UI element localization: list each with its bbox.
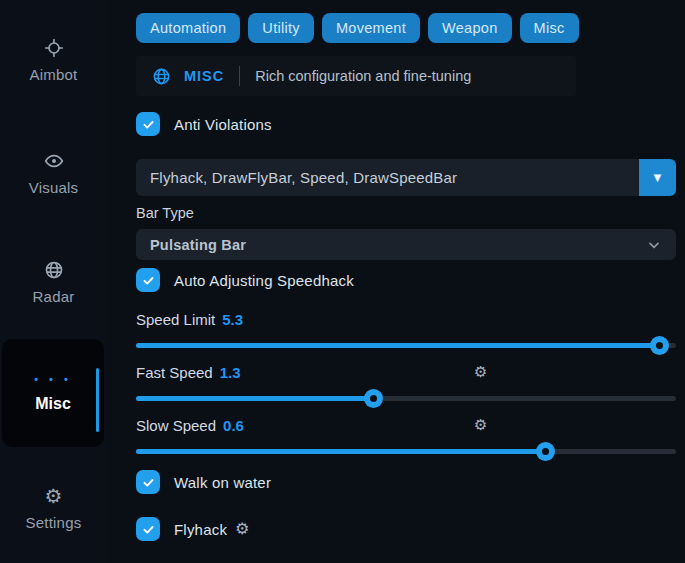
bar-multiselect-value: Flyhack, DrawFlyBar, Speed, DrawSpeedBar (150, 169, 457, 186)
multiselect-dropdown-button[interactable]: ▼ (639, 159, 676, 196)
flyhack-label: Flyhack (174, 521, 227, 538)
sidebar-item-misc[interactable]: • • • Misc (2, 339, 104, 447)
crosshair-icon (0, 36, 107, 60)
walk-on-water-checkbox[interactable] (136, 470, 160, 494)
slider-thumb[interactable] (364, 389, 383, 408)
sidebar-item-label: Settings (0, 514, 107, 531)
checkmark-icon (141, 475, 156, 490)
globe-icon (152, 67, 171, 86)
walk-on-water-label: Walk on water (174, 474, 271, 491)
category-tabs: Automation Utility Movement Weapon Misc (136, 13, 676, 43)
slider-fill (136, 449, 546, 454)
auto-adjusting-label: Auto Adjusting Speedhack (174, 272, 354, 289)
active-indicator-bar (96, 368, 99, 432)
flyhack-checkbox[interactable] (136, 517, 160, 541)
slow-speed-label: Slow Speed (136, 417, 216, 434)
sidebar-item-label: Aimbot (0, 66, 107, 83)
flyhack-row: Flyhack ⚙ (136, 517, 676, 541)
sidebar-item-settings[interactable]: ⚙ Settings (0, 484, 107, 531)
auto-adjusting-row: Auto Adjusting Speedhack (136, 268, 676, 292)
slow-speed-value: 0.6 (223, 417, 244, 434)
speed-limit-head: Speed Limit 5.3 (136, 311, 676, 329)
globe-icon (0, 258, 107, 282)
section-title: MISC (184, 68, 224, 84)
slider-thumb[interactable] (536, 442, 555, 461)
slider-fill (136, 396, 374, 401)
dropdown-arrow-icon: ▼ (651, 170, 664, 185)
tab-utility[interactable]: Utility (248, 13, 314, 43)
checkmark-icon (141, 273, 156, 288)
slow-speed-head: Slow Speed 0.6 ⚙ (136, 417, 676, 435)
checkmark-icon (141, 117, 156, 132)
tab-automation[interactable]: Automation (136, 13, 240, 43)
fast-speed-head: Fast Speed 1.3 ⚙ (136, 364, 676, 382)
sidebar-item-visuals[interactable]: Visuals (0, 149, 107, 196)
bar-type-select[interactable]: Pulsating Bar (136, 229, 676, 260)
sidebar-item-aimbot[interactable]: Aimbot (0, 36, 107, 83)
gear-icon[interactable]: ⚙ (474, 363, 487, 381)
speed-limit-label: Speed Limit (136, 311, 215, 328)
section-subtitle: Rich configuration and fine-tuning (255, 68, 471, 84)
speed-limit-slider[interactable] (136, 336, 676, 355)
sidebar-item-label: Radar (0, 288, 107, 305)
sidebar-item-radar[interactable]: Radar (0, 258, 107, 305)
gear-icon[interactable]: ⚙ (235, 521, 249, 537)
gear-icon: ⚙ (0, 484, 107, 508)
section-header: MISC Rich configuration and fine-tuning (136, 56, 576, 96)
gear-icon[interactable]: ⚙ (474, 416, 487, 434)
eye-icon (0, 149, 107, 173)
anti-violations-label: Anti Violations (174, 116, 272, 133)
bar-type-value: Pulsating Bar (150, 237, 246, 253)
slow-speed-slider[interactable] (136, 442, 676, 461)
slider-thumb[interactable] (650, 336, 669, 355)
ellipsis-icon: • • • (34, 373, 72, 385)
fast-speed-slider[interactable] (136, 389, 676, 408)
slider-fill (136, 343, 660, 348)
chevron-down-icon (646, 237, 662, 253)
sidebar: Aimbot Visuals Radar (0, 0, 107, 563)
bar-multiselect[interactable]: Flyhack, DrawFlyBar, Speed, DrawSpeedBar… (136, 159, 676, 196)
tab-weapon[interactable]: Weapon (428, 13, 512, 43)
sidebar-item-label: Visuals (0, 179, 107, 196)
speed-limit-value: 5.3 (222, 311, 243, 328)
main-panel: Automation Utility Movement Weapon Misc … (136, 0, 676, 563)
divider (239, 66, 240, 86)
checkmark-icon (141, 522, 156, 537)
tab-movement[interactable]: Movement (322, 13, 420, 43)
app-window: Aimbot Visuals Radar (0, 0, 685, 563)
walk-on-water-row: Walk on water (136, 470, 676, 494)
anti-violations-row: Anti Violations (136, 112, 676, 136)
anti-violations-checkbox[interactable] (136, 112, 160, 136)
bar-type-label: Bar Type (136, 205, 676, 221)
tab-misc[interactable]: Misc (520, 13, 579, 43)
sidebar-item-label: Misc (35, 395, 71, 413)
fast-speed-label: Fast Speed (136, 364, 213, 381)
auto-adjusting-checkbox[interactable] (136, 268, 160, 292)
fast-speed-value: 1.3 (220, 364, 241, 381)
